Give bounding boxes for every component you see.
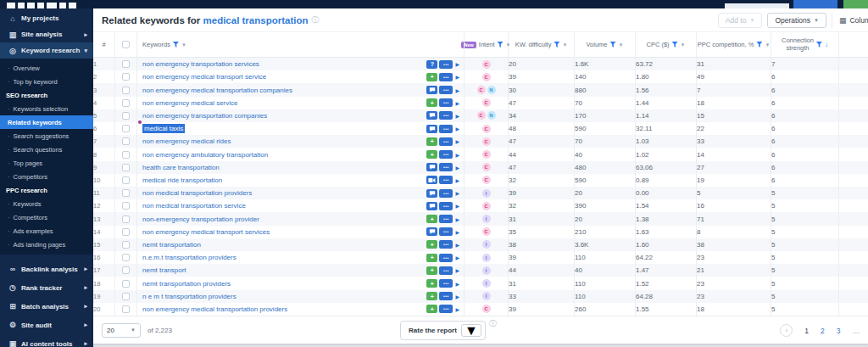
chat-icon[interactable] (426, 227, 437, 236)
row-checkbox[interactable] (122, 241, 130, 249)
sidebar-item-my-projects[interactable]: ⌂My projects (0, 10, 93, 26)
sort-caret-icon[interactable]: ▼ (181, 42, 186, 48)
expand-arrow-icon[interactable]: ▶ (455, 255, 459, 260)
add-icon[interactable]: + (426, 279, 437, 288)
expand-arrow-icon[interactable]: ▶ (455, 306, 459, 312)
sort-caret-icon[interactable]: ▼ (562, 42, 567, 48)
keyword-link[interactable]: n e m t transportation providers (142, 293, 236, 300)
sidebar-item-backlink-analysis[interactable]: ∞Backlink analysis▸ (0, 260, 93, 278)
sort-caret-icon[interactable]: ▼ (681, 42, 686, 48)
operations-button[interactable]: Operations▼ (767, 13, 826, 28)
expand-arrow-icon[interactable]: ▶ (455, 281, 459, 287)
row-checkbox[interactable] (122, 228, 130, 236)
add-icon[interactable]: + (426, 73, 437, 81)
keyword-link[interactable]: non-emergency transportation provider (142, 215, 259, 223)
row-checkbox[interactable] (122, 202, 130, 210)
topbar-blue-button-fragment[interactable] (793, 0, 837, 8)
keyword-link[interactable]: n.e.m.t transportation providers (142, 254, 236, 261)
filter-icon[interactable] (610, 42, 616, 48)
more-actions-button[interactable]: ••• (439, 176, 453, 184)
filter-icon[interactable] (816, 42, 822, 48)
more-actions-button[interactable]: ••• (439, 60, 453, 69)
chat-icon[interactable] (426, 111, 437, 120)
filter-icon[interactable] (498, 42, 504, 48)
keyword-link[interactable]: non emergency medical transportation com… (142, 87, 292, 94)
expand-arrow-icon[interactable]: ▶ (455, 87, 459, 93)
sidebar-item-keywords[interactable]: ·Keywords (0, 197, 93, 210)
sidebar-item-search-questions[interactable]: ·Search questions (0, 143, 93, 156)
question-icon[interactable]: ? (426, 60, 437, 69)
more-actions-button[interactable]: ••• (439, 305, 453, 313)
topbar-green-button-fragment[interactable] (843, 0, 868, 8)
expand-arrow-icon[interactable]: ▶ (455, 113, 459, 119)
row-checkbox[interactable] (122, 305, 130, 313)
row-checkbox[interactable] (122, 87, 130, 94)
sidebar-item-site-audit[interactable]: ⚙Site audit▸ (0, 316, 93, 334)
sidebar-item-top-by-keyword[interactable]: ·Top by keyword (0, 75, 93, 88)
more-actions-button[interactable]: ••• (439, 202, 453, 210)
add-icon[interactable]: + (426, 292, 437, 300)
keyword-link[interactable]: non emergency ambulatory transportation (142, 151, 268, 159)
sort-caret-icon[interactable]: ▼ (765, 42, 770, 48)
row-checkbox[interactable] (122, 293, 130, 300)
expand-arrow-icon[interactable]: ▶ (455, 165, 459, 171)
keyword-link[interactable]: non emergency medical transportation pro… (142, 305, 287, 313)
keyword-link[interactable]: non medical transportation providers (142, 189, 252, 197)
sidebar-item-ads-examples[interactable]: ·Ads examples (0, 224, 93, 238)
row-checkbox[interactable] (122, 112, 130, 120)
add-icon[interactable]: + (426, 254, 437, 262)
expand-arrow-icon[interactable]: ▶ (455, 126, 459, 132)
sidebar-item-competitors[interactable]: ·Competitors (0, 210, 93, 224)
add-icon[interactable]: + (426, 240, 437, 249)
expand-arrow-icon[interactable]: ▶ (455, 294, 459, 299)
row-checkbox[interactable] (122, 125, 130, 132)
keyword-link[interactable]: nemt transportation providers (142, 280, 231, 288)
chat-icon[interactable] (426, 125, 437, 133)
add-icon[interactable]: + (426, 215, 437, 223)
video-icon[interactable] (426, 176, 437, 184)
keyword-link[interactable]: non emergency medical transport services (142, 228, 270, 236)
add-to-button[interactable]: Add to▼ (718, 13, 763, 28)
row-checkbox[interactable] (122, 73, 130, 81)
row-checkbox[interactable] (122, 280, 130, 288)
sidebar-item-related-keywords[interactable]: ·Related keywords (0, 115, 93, 129)
sidebar-item-overview[interactable]: ·Overview (0, 61, 93, 75)
sidebar-item-ai-content-tools[interactable]: ▣AI content tools▸ (0, 334, 93, 347)
page-3-button[interactable]: 3 (837, 327, 841, 335)
row-checkbox[interactable] (122, 176, 130, 184)
filter-icon[interactable] (173, 42, 179, 48)
chat-icon[interactable] (426, 163, 437, 171)
sidebar-item-site-analysis[interactable]: ▥Site analysis▸ (0, 26, 93, 42)
more-actions-button[interactable]: ••• (439, 98, 453, 107)
expand-arrow-icon[interactable]: ▶ (455, 152, 459, 158)
expand-arrow-icon[interactable]: ▶ (455, 100, 459, 106)
expand-arrow-icon[interactable]: ▶ (455, 190, 459, 196)
add-icon[interactable]: + (426, 98, 437, 107)
sidebar-item-ads-landing-pages[interactable]: ·Ads landing pages (0, 238, 93, 251)
keyword-link[interactable]: non emergency transportation services (142, 60, 259, 68)
more-actions-button[interactable]: ••• (439, 227, 453, 236)
title-info-icon[interactable]: ⓘ (311, 14, 319, 25)
row-checkbox[interactable] (122, 99, 130, 107)
filter-icon[interactable] (756, 42, 762, 48)
filter-icon[interactable] (672, 42, 678, 48)
more-actions-button[interactable]: ••• (439, 150, 453, 159)
keyword-link[interactable]: non emergency medical rides (142, 137, 231, 145)
row-checkbox[interactable] (122, 137, 130, 145)
more-actions-button[interactable]: ••• (439, 240, 453, 249)
sort-caret-icon[interactable]: ▼ (619, 42, 624, 48)
more-actions-button[interactable]: ••• (439, 125, 453, 133)
more-actions-button[interactable]: ••• (439, 137, 453, 146)
filter-icon[interactable] (554, 42, 559, 48)
more-actions-button[interactable]: ••• (439, 189, 453, 198)
more-actions-button[interactable]: ••• (439, 279, 453, 288)
row-checkbox[interactable] (122, 189, 130, 197)
more-actions-button[interactable]: ••• (439, 86, 453, 94)
page-1-button[interactable]: 1 (804, 327, 809, 335)
add-icon[interactable]: + (426, 266, 437, 275)
expand-arrow-icon[interactable]: ▶ (455, 203, 459, 209)
keyword-link[interactable]: medical taxis (142, 124, 185, 133)
row-checkbox[interactable] (122, 266, 130, 274)
sidebar-item-rank-tracker[interactable]: ◷Rank tracker▸ (0, 278, 93, 297)
add-icon[interactable]: + (426, 137, 437, 146)
